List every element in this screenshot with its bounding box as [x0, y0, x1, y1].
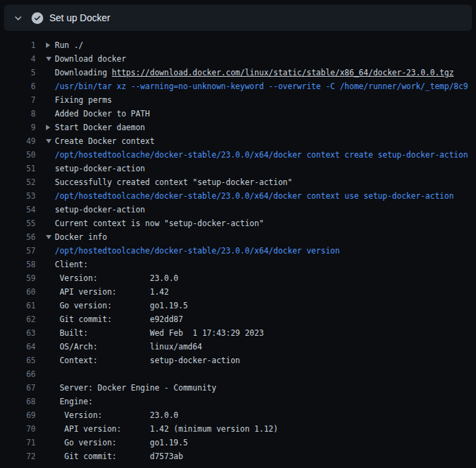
line-number[interactable]: 56	[0, 232, 36, 242]
line-number[interactable]: 6	[0, 82, 36, 91]
line-number[interactable]: 62	[0, 315, 36, 324]
log-line: 64 OS/Arch: linux/amd64	[0, 340, 476, 354]
text-segment: /opt/hostedtoolcache/docker-stable/23.0.…	[55, 246, 340, 256]
text-segment: /opt/hostedtoolcache/docker-stable/23.0.…	[55, 150, 468, 160]
line-number[interactable]: 70	[0, 424, 36, 434]
triangle-down-icon[interactable]	[36, 139, 55, 143]
text-segment: Start Docker daemon	[55, 123, 145, 132]
text-segment: Built: Wed Feb 1 17:43:29 2023	[55, 328, 264, 338]
text-segment: Git commit: d7573ab	[55, 452, 183, 461]
line-number[interactable]: 66	[0, 369, 36, 379]
triangle-right-icon[interactable]	[36, 125, 55, 130]
line-number[interactable]: 53	[0, 191, 36, 201]
step-title: Set up Docker	[49, 12, 110, 23]
check-circle-icon	[32, 12, 43, 24]
line-number[interactable]: 7	[0, 95, 36, 105]
line-text: setup-docker-action	[55, 205, 145, 214]
log-link[interactable]: https://download.docker.com/linux/static…	[112, 68, 454, 77]
line-text: Docker info	[55, 232, 107, 242]
line-text: Git commit: e92dd87	[55, 315, 183, 324]
line-number[interactable]: 50	[0, 150, 36, 160]
text-segment: Client:	[55, 260, 88, 269]
log-group-row[interactable]: 1Run ./	[0, 38, 476, 52]
line-text: Create Docker context	[55, 136, 154, 146]
log-group-row[interactable]: 56Docker info	[0, 230, 476, 244]
log-line: 63 Built: Wed Feb 1 17:43:29 2023	[0, 326, 476, 340]
line-number[interactable]: 69	[0, 410, 36, 420]
log-line: 54setup-docker-action	[0, 203, 476, 217]
command-text: /opt/hostedtoolcache/docker-stable/23.0.…	[55, 246, 340, 256]
log-line: 58Client:	[0, 258, 476, 271]
log-line: 69 Version: 23.0.0	[0, 408, 476, 422]
text-segment: setup-docker-action	[55, 205, 145, 214]
line-number[interactable]: 55	[0, 219, 36, 228]
log-line: 53/opt/hostedtoolcache/docker-stable/23.…	[0, 189, 476, 203]
line-text: Downloading https://download.docker.com/…	[55, 68, 454, 77]
triangle-down-icon[interactable]	[36, 235, 55, 239]
line-text: Download docker	[55, 54, 126, 64]
line-text: Successfully created context "setup-dock…	[55, 177, 292, 187]
line-text: API version: 1.42	[55, 287, 169, 297]
line-number[interactable]: 72	[0, 452, 36, 461]
line-number[interactable]: 1	[0, 40, 36, 50]
line-number[interactable]: 57	[0, 246, 36, 256]
text-segment: Downloading	[55, 68, 112, 77]
line-text: Go version: go1.19.5	[55, 301, 188, 310]
text-segment: Git commit: e92dd87	[55, 315, 183, 324]
line-number[interactable]: 59	[0, 273, 36, 283]
line-number[interactable]: 61	[0, 301, 36, 310]
line-number[interactable]: 9	[0, 123, 36, 132]
log-line: 51setup-docker-action	[0, 162, 476, 175]
step-header[interactable]: Set up Docker	[4, 5, 472, 31]
line-text: Server: Docker Engine - Community	[55, 383, 216, 393]
command-text: /opt/hostedtoolcache/docker-stable/23.0.…	[55, 150, 468, 160]
line-number[interactable]: 64	[0, 342, 36, 352]
line-number[interactable]: 63	[0, 328, 36, 338]
line-number[interactable]: 52	[0, 177, 36, 187]
line-number[interactable]: 5	[0, 68, 36, 77]
line-text: Git commit: d7573ab	[55, 452, 183, 461]
log-line: 70 API version: 1.42 (minimum version 1.…	[0, 422, 476, 436]
line-text: setup-docker-action	[55, 164, 145, 173]
line-number[interactable]: 4	[0, 54, 36, 64]
log-line: 66	[0, 367, 476, 381]
line-number[interactable]: 67	[0, 383, 36, 393]
line-text: Start Docker daemon	[55, 123, 145, 132]
line-number[interactable]: 8	[0, 109, 36, 119]
triangle-down-icon[interactable]	[36, 57, 55, 61]
log-group-row[interactable]: 9Start Docker daemon	[0, 121, 476, 134]
log-line: 62 Git commit: e92dd87	[0, 312, 476, 326]
line-text: Engine:	[55, 397, 93, 406]
log-line: 60 API version: 1.42	[0, 285, 476, 299]
line-text: Fixing perms	[55, 95, 112, 105]
log-line: 59 Version: 23.0.0	[0, 271, 476, 285]
line-number[interactable]: 58	[0, 260, 36, 269]
log-group-row[interactable]: 49Create Docker context	[0, 134, 476, 148]
text-segment: Create Docker context	[55, 136, 154, 146]
line-number[interactable]: 71	[0, 438, 36, 447]
command-text: /usr/bin/tar xz --warning=no-unknown-key…	[55, 82, 468, 91]
chevron-down-icon[interactable]	[14, 14, 23, 23]
triangle-right-icon[interactable]	[36, 42, 55, 48]
text-segment: Version: 23.0.0	[55, 273, 178, 283]
log-group-row[interactable]: 4Download docker	[0, 52, 476, 66]
text-segment: OS/Arch: linux/amd64	[55, 342, 202, 352]
log-line: 57/opt/hostedtoolcache/docker-stable/23.…	[0, 244, 476, 258]
line-number[interactable]: 54	[0, 205, 36, 214]
line-number[interactable]: 68	[0, 397, 36, 406]
line-number[interactable]: 60	[0, 287, 36, 297]
log-line: 52Successfully created context "setup-do…	[0, 175, 476, 189]
line-text: API version: 1.42 (minimum version 1.12)	[55, 424, 278, 434]
text-segment: Engine:	[55, 397, 93, 406]
text-segment: Run ./	[55, 40, 84, 50]
text-segment: /opt/hostedtoolcache/docker-stable/23.0.…	[55, 191, 454, 201]
log-line: 65 Context: setup-docker-action	[0, 354, 476, 367]
line-number[interactable]: 65	[0, 356, 36, 365]
line-number[interactable]: 51	[0, 164, 36, 173]
text-segment: Version: 23.0.0	[55, 410, 178, 420]
line-text: Built: Wed Feb 1 17:43:29 2023	[55, 328, 264, 338]
line-number[interactable]: 49	[0, 136, 36, 146]
text-segment: Current context is now "setup-docker-act…	[55, 219, 264, 228]
line-text: Context: setup-docker-action	[55, 356, 240, 365]
log-line: 61 Go version: go1.19.5	[0, 299, 476, 312]
